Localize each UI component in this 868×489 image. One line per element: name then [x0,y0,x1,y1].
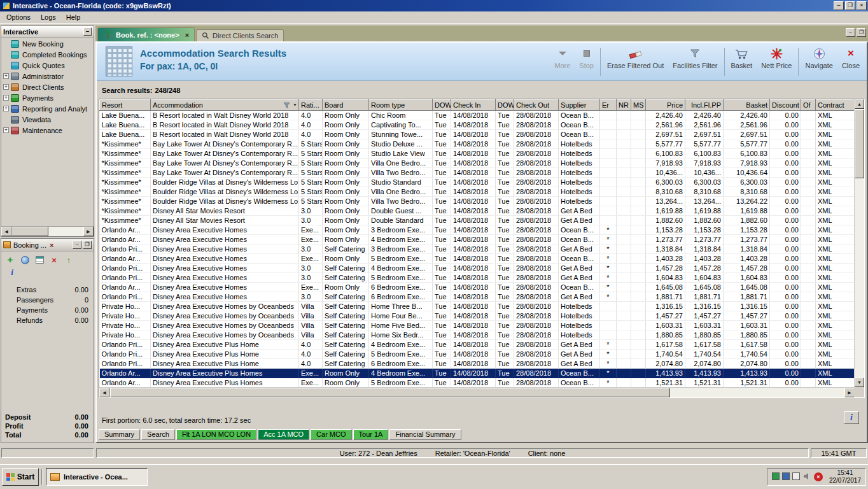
restore-button[interactable]: ❐ [845,1,855,10]
minimize-button[interactable]: – [834,1,844,10]
column-header-rati[interactable]: Rati... [299,100,323,111]
table-row[interactable]: *Kissimmee*Disney All Star Movies Resort… [100,206,855,216]
sidebar-hscrollbar[interactable]: ◀ ▶ [1,226,94,236]
table-row[interactable]: Orlando Pri...Disney Area Executive Home… [100,273,855,283]
more-button[interactable]: More [550,45,575,79]
scroll-left-icon[interactable]: ◀ [99,388,109,397]
table-row[interactable]: Private Ho...Disney Area Executive Homes… [100,330,855,340]
column-header-resort[interactable]: Resort [100,100,151,111]
table-row[interactable]: Orlando Pri...Disney Area Executive Home… [100,264,855,273]
column-header-price[interactable]: Price [646,100,685,111]
sidebar-item-quick-quotes[interactable]: Quick Quotes [1,60,94,71]
filter-funnel-icon[interactable] [283,102,290,110]
table-row[interactable]: Orlando Ar...Disney Area Executive Homes… [100,283,855,292]
expander-icon[interactable]: + [3,95,9,101]
table-row[interactable]: Orlando Ar...Disney Area Executive Homes… [100,254,855,264]
table-row[interactable]: Private Ho...Disney Area Executive Homes… [100,321,855,330]
column-header-check-in[interactable]: Check In [451,100,496,111]
column-header-accommodation[interactable]: Accommodation▼ [151,100,299,111]
booking-restore-button[interactable]: ❐ [83,241,92,249]
table-row[interactable]: Orlando Pri...Disney Area Executive Home… [100,292,855,302]
sidebar-item-reporting-and-analyt[interactable]: +Reporting and Analyt [1,103,94,114]
column-header-basket[interactable]: Basket [724,100,770,111]
erase-filtered-out-button[interactable]: Erase Filtered Out [603,45,668,79]
table-row[interactable]: Orlando Pri...Disney Area Executive Plus… [100,359,855,369]
table-row[interactable]: *Kissimmee*Bay Lake Tower At Disney's Co… [100,149,855,159]
column-header-room-type[interactable]: Room type [369,100,433,111]
booking-close-icon[interactable]: × [50,241,53,249]
table-row[interactable]: Orlando Ar...Disney Area Executive Plus … [100,378,855,388]
navigate-button[interactable]: Navigate [801,45,837,79]
stop-button[interactable]: Stop [575,45,598,79]
table-row[interactable]: Orlando Pri...Disney Area Executive Plus… [100,350,855,359]
vertical-scrollbar[interactable]: ▲ ▼ [854,99,864,387]
menu-logs[interactable]: Logs [36,12,61,22]
add-icon[interactable]: + [4,254,16,266]
scrollbar-thumb[interactable] [11,227,48,236]
expander-icon[interactable]: + [3,84,9,90]
table-row[interactable]: Private Ho...Disney Area Executive Homes… [100,302,855,311]
expander-icon[interactable]: + [3,106,9,111]
close-button[interactable]: ×Close [837,45,864,79]
table-row[interactable]: *Kissimmee*Bay Lake Tower At Disney's Co… [100,168,855,178]
table-row[interactable]: *Kissimmee*Bay Lake Tower At Disney's Co… [100,159,855,168]
menu-options[interactable]: Options [1,12,36,22]
table-row[interactable]: Orlando Pri...Disney Area Executive Plus… [100,340,855,350]
column-header-nr[interactable]: NR [617,100,631,111]
panel-restore-button[interactable]: ❐ [857,28,866,37]
menu-help[interactable]: Help [61,12,86,22]
bottom-tab-tour-1a[interactable]: Tour 1A [353,429,389,440]
start-button[interactable]: Start [2,468,39,486]
scroll-right-icon[interactable]: ▶ [83,227,94,236]
column-header-discount[interactable]: Discount [770,100,801,111]
nett-price-button[interactable]: Nett Price [757,45,796,79]
table-row[interactable]: *Kissimmee*Boulder Ridge Villas at Disne… [100,178,855,187]
bottom-tab-summary[interactable]: Summary [99,429,140,440]
table-row[interactable]: *Kissimmee*Disney All Star Movies Resort… [100,216,855,225]
booking-minimize-button[interactable]: – [73,241,81,249]
scroll-right-icon[interactable]: ▶ [844,388,855,397]
column-header-dow[interactable]: DOW [496,100,514,111]
scroll-up-icon[interactable]: ▲ [855,99,864,109]
delete-icon[interactable]: × [48,254,60,266]
basket-button[interactable]: Basket [727,45,757,79]
table-row[interactable]: Orlando Ar...Disney Area Executive Homes… [100,235,855,244]
sidebar-item-new-booking[interactable]: New Booking [1,38,94,49]
table-row[interactable]: Lake Buena...B Resort located in Walt Di… [100,111,855,120]
sidebar-item-payments[interactable]: +Payments [1,92,94,103]
quotes-icon[interactable] [34,254,45,266]
sidebar-item-direct-clients[interactable]: +Direct Clients [1,82,94,92]
table-row[interactable]: Lake Buena...B Resort located in Walt Di… [100,130,855,139]
column-header-contract[interactable]: Contract [816,100,855,111]
table-row[interactable]: *Kissimmee*Boulder Ridge Villas at Disne… [100,197,855,206]
table-row[interactable]: Orlando Ar...Disney Area Executive Homes… [100,225,855,235]
world-icon[interactable] [19,254,31,266]
close-button[interactable]: × [857,1,867,10]
info-icon[interactable]: i [6,267,18,278]
column-header-ms[interactable]: MS [631,100,646,111]
expander-icon[interactable]: + [3,127,9,133]
panel-collapse-button[interactable]: – [83,27,92,36]
bottom-tab-car-mco[interactable]: Car MCO [311,429,351,440]
scrollbar-thumb[interactable] [110,388,670,397]
table-row[interactable]: Orlando Pri...Disney Area Executive Home… [100,244,855,254]
expander-icon[interactable]: + [3,73,9,79]
sidebar-item-administrator[interactable]: +Administrator [1,71,94,82]
tab-book-ref-none[interactable]: Book. ref. : <none>× [97,27,195,41]
facilities-filter-button[interactable]: Facilities Filter [668,45,722,79]
table-row[interactable]: Orlando Ar...Disney Area Executive Plus … [100,369,855,378]
bottom-tab-search[interactable]: Search [141,429,175,440]
scroll-down-icon[interactable]: ▼ [855,378,864,387]
scroll-left-icon[interactable]: ◀ [1,227,11,236]
bottom-tab-flt-1a-lon-mco-lon[interactable]: Flt 1A LON MCO LON [176,429,256,440]
sidebar-item-maintenance[interactable]: +Maintenance [1,125,94,136]
info-button[interactable]: i [844,411,859,424]
column-header-dow[interactable]: DOW [433,100,451,111]
horizontal-scrollbar[interactable]: ◀ ▶ [99,387,855,397]
tab-direct-clients-search[interactable]: Direct Clients Search [196,29,284,41]
send-icon[interactable]: ↑ [63,254,74,266]
tab-close-icon[interactable]: × [185,31,189,39]
sidebar-item-viewdata[interactable]: Viewdata [1,114,94,125]
column-header-board[interactable]: Board [323,100,369,111]
table-row[interactable]: Lake Buena...B Resort located in Walt Di… [100,120,855,130]
